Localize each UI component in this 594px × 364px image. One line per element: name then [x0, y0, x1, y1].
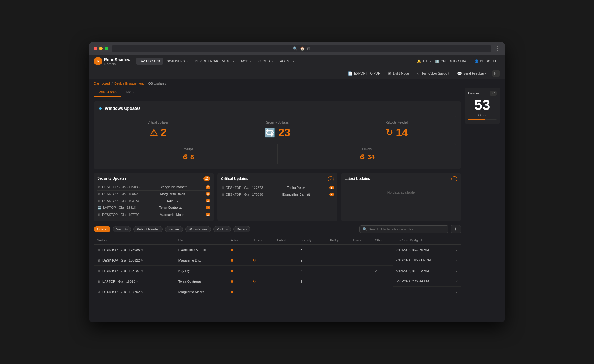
col-last-seen: Last Seen By Agent: [393, 236, 461, 245]
cell-active: [228, 266, 250, 276]
breadcrumb-current: OS Updates: [148, 82, 166, 85]
security-row-2[interactable]: 🖥 DESKTOP - Gla - 150622 Marguerite Dixo…: [97, 191, 210, 197]
cell-critical: -: [274, 287, 298, 297]
breadcrumb-dashboard[interactable]: Dashboard: [94, 82, 110, 85]
security-updates-card: Security Updates 23 🖥 DESKTOP - Gla - 17…: [94, 173, 214, 221]
count-badge: 2: [206, 213, 210, 216]
close-button[interactable]: [94, 47, 97, 50]
shield-refresh-icon: 🔄: [264, 127, 275, 138]
reboot-value: ↻ 14: [343, 126, 450, 139]
breadcrumb-sep-2: /: [146, 82, 146, 85]
security-row-4[interactable]: 💻 LAPTOP - Gla - 18818 Tonia Contreras 2: [97, 204, 210, 211]
nav-scanners[interactable]: SCANNERS ▼: [164, 58, 191, 65]
cell-last-seen: ∨: [393, 287, 461, 297]
critical-stat-cell: Critical Updates ⚠ 2: [99, 116, 218, 144]
breadcrumb-sep-1: /: [112, 82, 113, 85]
user-label: Marguerite Moore: [160, 213, 186, 216]
critical-row-2[interactable]: 🖥 DESKTOP - Gla - 175088 Evangeline Barn…: [221, 191, 334, 198]
monitor-icon: 🖥: [97, 248, 100, 251]
table-row[interactable]: 🖥 DESKTOP - Gla - 150622 ✎ Marguerite Di…: [94, 255, 461, 266]
filter-workstations[interactable]: Workstations: [185, 226, 211, 232]
filter-drivers[interactable]: Drivers: [233, 226, 250, 232]
col-security[interactable]: Security ↓: [298, 236, 327, 245]
active-indicator: [231, 249, 233, 251]
expand-row-button[interactable]: ∨: [455, 258, 458, 262]
browser-more-button[interactable]: ⋮: [495, 45, 500, 52]
nav-dashboard[interactable]: DASHBOARD: [136, 58, 163, 65]
breadcrumb-device-engagement[interactable]: Device Engagement: [114, 82, 144, 85]
light-mode-button[interactable]: ☀ Light Mode: [386, 70, 411, 77]
filter-bar: Critical Security Reboot Needed Servers …: [94, 225, 461, 233]
cell-security: 2: [298, 266, 327, 276]
feedback-button[interactable]: 💬 Send Feedback: [455, 70, 489, 77]
table-row[interactable]: 🖥 DESKTOP - Gla - 175088 ✎ Evangeline Ba…: [94, 244, 461, 255]
cyber-support-button[interactable]: 🛡 Full Cyber Support: [414, 70, 452, 77]
maximize-button[interactable]: [105, 47, 108, 50]
security-row-1[interactable]: 🖥 DESKTOP - Gla - 175088 Evangeline Barn…: [97, 184, 210, 191]
count-badge: 1: [329, 186, 334, 189]
active-indicator: [231, 291, 233, 293]
top-right-controls: 🔔 ALL ▼ 🏢 GREENTECH INC ▼ 👤 BRIDGETT ▼: [417, 59, 500, 63]
download-button[interactable]: ⬇: [451, 225, 461, 233]
minimize-button[interactable]: [99, 47, 103, 50]
table-row[interactable]: 🖥 DESKTOP - Gla - 197792 ✎ Marguerite Mo…: [94, 287, 461, 297]
address-bar[interactable]: 🔍 🏠 ⊡: [112, 45, 491, 52]
pdf-icon: 📄: [348, 71, 353, 76]
col-critical: Critical: [274, 236, 298, 245]
logo-sub: & Assets: [104, 62, 130, 66]
latest-count-badge: 0: [451, 176, 457, 181]
filter-critical[interactable]: Critical: [94, 226, 110, 232]
search-icon: 🔍: [363, 227, 367, 231]
cell-driver: -: [350, 287, 372, 297]
critical-row-1[interactable]: 🖥 DESKTOP - Gla - 127873 Tasha Perez 1: [221, 184, 334, 191]
drivers-stat-cell: Drivers ⚙ 34: [278, 144, 456, 164]
critical-value: ⚠ 2: [105, 126, 212, 139]
search-input[interactable]: [369, 227, 445, 231]
address-icons: 🔍 🏠 ⊡: [293, 46, 310, 51]
active-indicator: [231, 259, 233, 262]
col-other: Other: [372, 236, 393, 245]
cell-machine: 🖥 DESKTOP - Gla - 150622 ✎: [94, 255, 176, 266]
expand-row-button[interactable]: ∨: [455, 279, 458, 283]
sidebar: Devices 87 53 Other: [465, 88, 500, 297]
devices-other: Other: [468, 113, 497, 117]
nav-device-engagement[interactable]: DEVICE ENGAGEMENT ▼: [192, 58, 238, 65]
cell-active: [228, 255, 250, 266]
expand-row-button[interactable]: ∨: [455, 269, 458, 273]
cell-security: 2: [298, 287, 327, 297]
monitor-icon: 🖥: [97, 269, 100, 273]
all-notifications[interactable]: 🔔 ALL ▼: [417, 59, 432, 63]
tab-windows[interactable]: WINDOWS: [94, 88, 121, 97]
filter-servers[interactable]: Servers: [165, 226, 183, 232]
chevron-down-icon: ▼: [498, 60, 500, 63]
org-selector[interactable]: 🏢 GREENTECH INC ▼: [435, 59, 471, 63]
building-icon: 🏢: [435, 59, 439, 63]
traffic-lights: [94, 47, 108, 50]
chevron-down-icon: ▼: [292, 60, 295, 63]
expand-row-button[interactable]: ∨: [455, 290, 458, 294]
reboot-indicator: ↻: [253, 279, 256, 284]
cell-last-seen: 5/29/2024, 2:24:44 PM ∨: [393, 276, 461, 287]
toggle-button[interactable]: ⊡: [492, 70, 500, 77]
table-row[interactable]: 🖥 LAPTOP - Gla - 18818 ✎ Tonia Contreras…: [94, 276, 461, 287]
filter-security[interactable]: Security: [113, 226, 131, 232]
critical-card-header: Critical Updates 2: [221, 176, 334, 181]
filter-rollups[interactable]: RollUps: [213, 226, 231, 232]
nav-cloud[interactable]: CLOUD ▼: [255, 58, 276, 65]
export-pdf-button[interactable]: 📄 EXPORT TO PDF: [345, 70, 383, 77]
active-indicator: [231, 280, 233, 283]
device-label: 🖥 DESKTOP - Gla - 175088: [97, 185, 140, 189]
nav-msp[interactable]: MSP ▼: [238, 58, 255, 65]
nav-agent[interactable]: AGENT ▼: [277, 58, 298, 65]
expand-row-button[interactable]: ∨: [455, 248, 458, 252]
tab-mac[interactable]: MAC: [121, 88, 139, 97]
logo: R RoboShadow & Assets: [94, 57, 130, 66]
user-menu[interactable]: 👤 BRIDGETT ▼: [475, 59, 500, 63]
chevron-down-icon: ▼: [232, 60, 235, 63]
security-row-3[interactable]: 🖥 DESKTOP - Gla - 103187 Kay Fry 2: [97, 197, 210, 204]
critical-label: Critical Updates: [105, 121, 212, 124]
cell-active: [228, 276, 250, 287]
filter-reboot-needed[interactable]: Reboot Needed: [133, 226, 163, 232]
security-row-5[interactable]: 🖥 DESKTOP - Gla - 197792 Marguerite Moor…: [97, 211, 210, 218]
table-row[interactable]: 🖥 DESKTOP - Gla - 103187 ✎ Kay Fry - 2 1…: [94, 266, 461, 276]
